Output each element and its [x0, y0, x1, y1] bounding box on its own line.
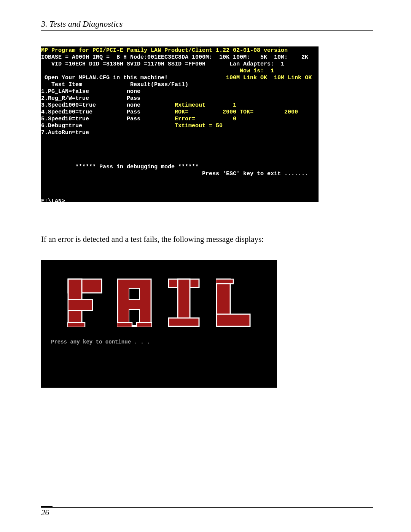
lan-test-terminal: MP Program for PCI/PCI-E Family LAN Prod…	[41, 46, 319, 202]
fail-ascii-art	[41, 276, 277, 332]
press-any-key: Press any key to continue . . .	[41, 339, 150, 345]
term1-nowis-line: Now is: 1	[41, 68, 274, 74]
term1-col-result: Result(Pass/Fail)	[130, 81, 188, 88]
term1-link-status: 100M Link OK 10M Link OK	[226, 75, 312, 81]
letter-a-icon	[117, 278, 152, 327]
svg-rect-5	[129, 288, 140, 300]
svg-rect-8	[137, 323, 152, 327]
term1-iobase-line: IOBASE = A000H IRQ = B H Node:001EEC3EC8…	[41, 54, 308, 61]
svg-rect-13	[217, 314, 250, 326]
header-rule	[41, 30, 373, 31]
page-footer: 26	[41, 506, 373, 518]
term1-esc-line: Press 'ESC' key to exit .......	[41, 171, 308, 177]
svg-rect-3	[67, 323, 85, 327]
letter-f-icon	[67, 278, 102, 327]
svg-rect-14	[216, 279, 233, 284]
term1-prompt: E:\LAN>	[41, 198, 65, 202]
error-caption: If an error is detected and a test fails…	[41, 235, 373, 244]
svg-rect-7	[117, 323, 132, 327]
fail-terminal: Press any key to continue . . .	[41, 260, 277, 388]
term1-open-line: Open Your MPLAN.CFG in this machine!	[41, 75, 168, 81]
term1-vid-line: VID =10ECH DID =8136H SVID =1179H SSID =…	[41, 61, 284, 67]
term1-title-line: MP Program for PCI/PCI-E Family LAN Prod…	[41, 47, 288, 54]
svg-rect-11	[169, 318, 199, 326]
section-heading: 3. Tests and Diagnostics	[41, 19, 373, 29]
term1-pass-line: ****** Pass in debugging mode ******	[41, 164, 199, 170]
svg-rect-2	[68, 300, 92, 310]
letter-l-icon	[216, 278, 251, 327]
term1-col-test: Test Item	[41, 81, 82, 88]
page-number: 26	[41, 508, 373, 518]
term1-rows: 1.PG_LAN=false none 2.Reg_R/W=true Pass …	[41, 88, 298, 136]
letter-i-icon	[166, 278, 201, 327]
